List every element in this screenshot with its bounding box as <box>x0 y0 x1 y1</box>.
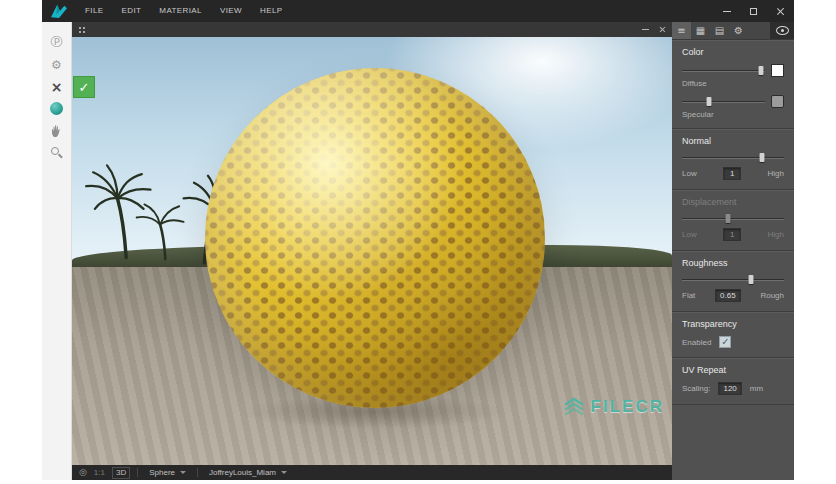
tab-visibility[interactable] <box>770 22 794 39</box>
viewport-menu-icon[interactable] <box>78 26 87 33</box>
viewport-3d-scene[interactable]: FILECR <box>72 37 672 465</box>
left-toolbar: Ⓟ ⚙ × <box>42 22 72 480</box>
maximize-button[interactable] <box>740 0 767 22</box>
x-tool-icon: × <box>51 79 63 95</box>
displacement-low-label: Low <box>682 230 697 239</box>
specular-slider-row <box>682 95 784 108</box>
watermark-text: FILECR <box>591 397 664 417</box>
specular-slider-handle[interactable] <box>706 97 711 106</box>
section-title: UV Repeat <box>682 365 784 375</box>
close-button[interactable] <box>767 0 794 22</box>
confirm-badge-button[interactable]: ✓ <box>73 76 95 98</box>
viewport-statusbar: ◎ 1:1 3D Sphere JoffreyLouis_Miam <box>72 465 672 480</box>
picker-icon: Ⓟ <box>51 34 63 51</box>
displacement-slider <box>682 214 784 223</box>
displacement-slider-row <box>682 214 784 223</box>
section-uv-repeat: UV Repeat Scaling: 120 mm <box>672 358 794 405</box>
normal-value-input[interactable]: 1 <box>723 167 741 180</box>
menu-file[interactable]: FILE <box>76 0 113 22</box>
zoom-tool-button[interactable] <box>43 142 71 163</box>
properties-panel: ≡ ▦ ▤ ⚙ Color Diffuse <box>672 22 794 480</box>
check-icon: ✓ <box>79 80 90 95</box>
material-preview-sphere[interactable] <box>205 68 545 408</box>
specular-slider[interactable] <box>682 97 765 106</box>
menu-help[interactable]: HELP <box>251 0 292 22</box>
render-target-icon[interactable]: ◎ <box>79 468 87 477</box>
tab-list[interactable]: ≡ <box>672 22 691 39</box>
gear-icon: ⚙ <box>734 25 743 36</box>
normal-low-label: Low <box>682 169 697 178</box>
menu-edit[interactable]: EDIT <box>113 0 151 22</box>
slider-track <box>682 157 784 158</box>
section-transparency: Transparency Enabled ✓ <box>672 312 794 358</box>
shape-dropdown[interactable]: Sphere <box>145 467 190 479</box>
tab-grid[interactable]: ▦ <box>691 22 710 39</box>
section-title: Displacement <box>682 197 784 207</box>
material-dropdown-label: JoffreyLouis_Miam <box>209 468 276 477</box>
transparency-enabled-checkbox[interactable]: ✓ <box>719 336 731 348</box>
eye-icon <box>776 26 789 35</box>
section-roughness: Roughness Flat 0.65 Rough <box>672 251 794 312</box>
normal-slider-row <box>682 153 784 162</box>
roughness-slider[interactable] <box>682 275 784 284</box>
specular-color-swatch[interactable] <box>771 95 784 108</box>
section-color: Color Diffuse Specular <box>672 40 794 129</box>
uv-scaling-row: Scaling: 120 mm <box>682 382 784 395</box>
transparency-row: Enabled ✓ <box>682 336 784 348</box>
menu-view[interactable]: VIEW <box>211 0 251 22</box>
viewport: FILECR ◎ 1:1 3D Sphere JoffreyLouis_Miam <box>72 22 672 480</box>
layers-icon: ▤ <box>715 25 724 36</box>
close-tool-button[interactable]: × <box>43 76 71 97</box>
section-title: Color <box>682 47 784 57</box>
pan-tool-button[interactable] <box>43 120 71 141</box>
app-window: FILE EDIT MATERIAL VIEW HELP Ⓟ ⚙ × ✓ <box>42 0 794 480</box>
normal-range-row: Low 1 High <box>682 167 784 180</box>
viewport-close-icon[interactable] <box>659 26 666 33</box>
caret-down-icon <box>281 471 287 474</box>
tab-layers[interactable]: ▤ <box>710 22 729 39</box>
window-controls <box>713 0 794 22</box>
diffuse-slider-handle[interactable] <box>758 66 763 75</box>
displacement-slider-handle <box>725 214 730 223</box>
slider-track <box>682 218 784 219</box>
normal-slider-handle[interactable] <box>759 153 764 162</box>
watermark-logo-icon <box>562 395 586 419</box>
viewport-minimize-icon[interactable] <box>642 29 649 30</box>
specular-label: Specular <box>682 110 784 119</box>
roughness-slider-row <box>682 275 784 284</box>
uv-scaling-input[interactable]: 120 <box>718 382 741 395</box>
material-dropdown[interactable]: JoffreyLouis_Miam <box>205 467 291 479</box>
normal-slider[interactable] <box>682 153 784 162</box>
tab-settings[interactable]: ⚙ <box>729 22 748 39</box>
settings-tool-button[interactable]: ⚙ <box>43 54 71 75</box>
maximize-icon <box>750 8 757 15</box>
watermark: FILECR <box>562 395 664 419</box>
gear-icon: ⚙ <box>51 58 62 72</box>
roughness-value-input[interactable]: 0.65 <box>715 289 741 302</box>
shape-dropdown-label: Sphere <box>149 468 175 477</box>
minimize-icon <box>723 11 731 12</box>
section-title: Normal <box>682 136 784 146</box>
view-mode-toggle[interactable]: 3D <box>112 467 130 479</box>
displacement-high-label: High <box>768 230 784 239</box>
minimize-button[interactable] <box>713 0 740 22</box>
menu-material[interactable]: MATERIAL <box>150 0 211 22</box>
diffuse-slider[interactable] <box>682 66 765 75</box>
picker-tool-button[interactable]: Ⓟ <box>43 32 71 53</box>
zoom-level-label: 1:1 <box>94 468 105 477</box>
roughness-slider-handle[interactable] <box>749 275 754 284</box>
magnifier-icon <box>50 146 64 160</box>
app-logo-icon <box>42 0 76 22</box>
roughness-range-row: Flat 0.65 Rough <box>682 289 784 302</box>
material-ball-tool-button[interactable] <box>43 98 71 119</box>
diffuse-color-swatch[interactable] <box>771 64 784 77</box>
displacement-range-row: Low 1 High <box>682 228 784 241</box>
roughness-flat-label: Flat <box>682 291 695 300</box>
diffuse-label: Diffuse <box>682 79 784 88</box>
viewport-header <box>72 22 672 37</box>
caret-down-icon <box>180 471 186 474</box>
section-title: Roughness <box>682 258 784 268</box>
app-logo-svg <box>49 3 69 19</box>
titlebar: FILE EDIT MATERIAL VIEW HELP <box>42 0 794 22</box>
slider-track <box>682 101 765 102</box>
